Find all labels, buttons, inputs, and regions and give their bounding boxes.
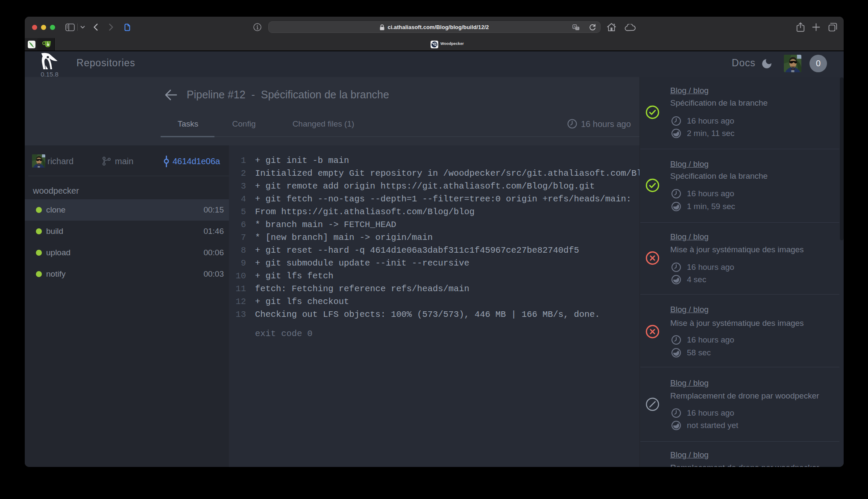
svg-text:*: * bbox=[577, 27, 578, 30]
